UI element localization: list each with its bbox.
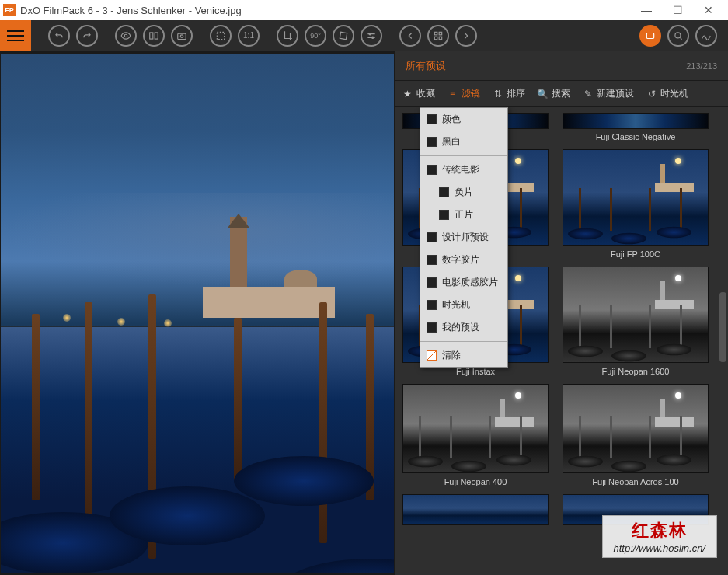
- preset-label: Fuji Neopan 1600: [563, 367, 709, 376]
- checkbox-icon: [427, 137, 437, 147]
- preset-label: Fuji Neopan 400: [402, 477, 549, 486]
- image-viewer[interactable]: [0, 51, 395, 575]
- svg-rect-3: [178, 33, 186, 40]
- filter-option-label: 正片: [455, 208, 473, 221]
- preset-label: Fuji Classic Negative: [563, 132, 709, 141]
- tab-filter-label: 滤镜: [462, 87, 480, 100]
- close-button[interactable]: ✕: [702, 4, 716, 16]
- tab-filter[interactable]: ≡ 滤镜: [448, 87, 480, 100]
- filter-option-my-presets[interactable]: 我的预设: [420, 316, 507, 339]
- tab-search[interactable]: 🔍 搜索: [538, 87, 570, 100]
- preset-item[interactable]: Fuji Neopan 1600: [563, 267, 709, 376]
- crop-button[interactable]: [277, 25, 298, 47]
- filter-option-cine-film[interactable]: 电影质感胶片: [420, 271, 507, 294]
- svg-rect-13: [646, 33, 653, 38]
- redo-button[interactable]: [76, 25, 98, 47]
- tab-sort-label: 排序: [507, 87, 525, 100]
- preset-item[interactable]: Fuji Neopan Acros 100: [563, 384, 709, 486]
- presets-header: 所有预设 213/213: [395, 51, 728, 81]
- titlebar: FP DxO FilmPack 6 - 3 - Jens Schlenker -…: [0, 0, 728, 20]
- svg-point-7: [369, 33, 371, 34]
- undo-button[interactable]: [48, 25, 70, 47]
- grid-view-button[interactable]: [427, 25, 449, 47]
- watermark: 红森林 http://www.hoslin.cn/: [602, 515, 718, 558]
- filter-option-label: 时光机: [442, 298, 470, 312]
- list-icon: ≡: [448, 89, 458, 99]
- preview-toggle-button[interactable]: [115, 25, 137, 47]
- next-image-button[interactable]: [455, 25, 477, 47]
- checkbox-icon: [439, 187, 449, 197]
- toolbar: 1:1 90°: [0, 20, 728, 51]
- filter-option-clear[interactable]: 清除: [420, 344, 507, 367]
- actual-size-button[interactable]: 1:1: [238, 25, 260, 47]
- filter-option-label: 黑白: [442, 135, 461, 148]
- rotate-button[interactable]: 90°: [305, 25, 326, 47]
- filter-option-positive[interactable]: 正片: [420, 204, 507, 226]
- filter-option-label: 颜色: [442, 113, 461, 126]
- minimize-button[interactable]: —: [639, 4, 653, 16]
- filter-option-label: 我的预设: [442, 321, 479, 334]
- window-title: DxO FilmPack 6 - 3 - Jens Schlenker - Ve…: [20, 5, 639, 16]
- checkbox-icon: [427, 322, 437, 333]
- tab-new-preset[interactable]: ✎ 新建预设: [583, 87, 634, 100]
- checkbox-icon: [427, 300, 437, 310]
- new-preset-icon: ✎: [583, 89, 593, 99]
- checkbox-icon: [427, 277, 437, 288]
- filter-option-color[interactable]: 颜色: [420, 108, 507, 131]
- svg-rect-2: [155, 32, 158, 38]
- svg-rect-1: [150, 32, 153, 38]
- filter-option-designer[interactable]: 设计师预设: [420, 226, 507, 249]
- tab-sort[interactable]: ⇅ 排序: [493, 87, 525, 100]
- tab-favorites[interactable]: ★ 收藏: [402, 87, 435, 100]
- tab-time-machine[interactable]: ↺ 时光机: [646, 87, 688, 100]
- filter-dropdown: 颜色 黑白 传统电影 负片 正片 设计师预设 数字胶片 电影质感胶片 时光机 我…: [420, 107, 508, 368]
- search-panel-button[interactable]: [667, 25, 689, 47]
- presets-grid: + Fuji Classic Negative: [395, 107, 728, 575]
- filter-option-classic-film[interactable]: 传统电影: [420, 159, 507, 181]
- compare-button[interactable]: [143, 25, 165, 47]
- filter-option-negative[interactable]: 负片: [420, 181, 507, 204]
- prev-image-button[interactable]: [399, 25, 421, 47]
- checkbox-icon: [439, 210, 449, 220]
- svg-rect-12: [439, 37, 442, 40]
- svg-rect-6: [340, 32, 347, 39]
- tab-time-machine-label: 时光机: [660, 87, 688, 100]
- adjustments-button[interactable]: [361, 25, 382, 47]
- presets-panel: 所有预设 213/213 ★ 收藏 ≡ 滤镜 ⇅ 排序 🔍 搜索 ✎ 新建预设: [395, 51, 728, 575]
- preset-item[interactable]: [402, 494, 549, 525]
- histogram-panel-button[interactable]: [695, 25, 717, 47]
- svg-point-0: [124, 34, 127, 37]
- main-area: 所有预设 213/213 ★ 收藏 ≡ 滤镜 ⇅ 排序 🔍 搜索 ✎ 新建预设: [0, 51, 728, 575]
- filter-option-time-machine[interactable]: 时光机: [420, 294, 507, 316]
- svg-rect-5: [217, 32, 224, 39]
- svg-point-8: [372, 37, 374, 38]
- preset-item[interactable]: Fuji FP 100C: [563, 149, 709, 259]
- presets-panel-button[interactable]: [639, 25, 661, 47]
- preset-label: Fuji Neopan Acros 100: [563, 477, 709, 486]
- search-icon: 🔍: [538, 89, 548, 99]
- preset-item[interactable]: Fuji Neopan 400: [402, 384, 549, 486]
- menu-button[interactable]: [0, 20, 31, 51]
- filter-option-label: 清除: [442, 349, 461, 362]
- clock-icon: ↺: [646, 89, 657, 99]
- filter-option-label: 设计师预设: [442, 231, 489, 244]
- svg-point-4: [180, 34, 183, 37]
- svg-rect-11: [434, 37, 437, 40]
- preset-label: Fuji Instax: [402, 367, 549, 376]
- preset-item[interactable]: Fuji Classic Negative: [563, 113, 709, 141]
- clear-icon: [427, 350, 437, 361]
- svg-rect-9: [434, 32, 437, 35]
- straighten-button[interactable]: [333, 25, 354, 47]
- checkbox-icon: [427, 232, 437, 242]
- filter-option-digital-film[interactable]: 数字胶片: [420, 249, 507, 271]
- scrollbar-thumb[interactable]: [719, 292, 726, 362]
- snapshot-button[interactable]: [171, 25, 193, 47]
- watermark-text: 红森林: [611, 519, 709, 542]
- fit-zoom-button[interactable]: [210, 25, 232, 47]
- tab-search-label: 搜索: [552, 87, 570, 100]
- maximize-button[interactable]: ☐: [671, 4, 684, 16]
- filter-option-bw[interactable]: 黑白: [420, 131, 507, 153]
- checkbox-icon: [427, 255, 437, 265]
- presets-count: 213/213: [686, 61, 717, 71]
- filter-option-label: 电影质感胶片: [442, 276, 498, 289]
